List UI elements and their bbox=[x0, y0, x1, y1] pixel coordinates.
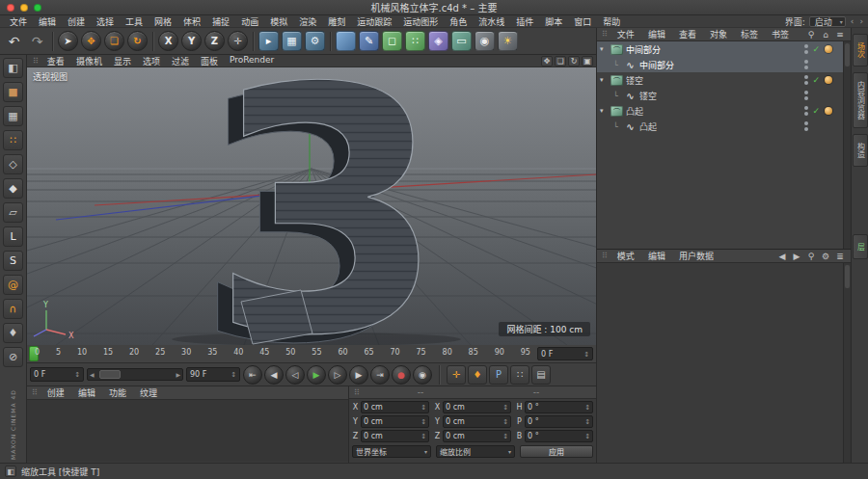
menu-item[interactable]: 模拟 bbox=[264, 17, 293, 27]
coordinate-space-select[interactable]: 世界坐标 bbox=[352, 445, 431, 458]
object-row[interactable]: 中间部分 bbox=[597, 57, 843, 72]
render-settings-button[interactable]: ⚙ bbox=[305, 31, 325, 51]
goto-end-button[interactable]: ⇥ bbox=[370, 365, 390, 385]
workplane-mode-button[interactable]: ▱ bbox=[3, 202, 23, 223]
minimize-button[interactable] bbox=[20, 4, 28, 12]
search-icon[interactable]: ⚲ bbox=[805, 30, 817, 40]
visibility-dots[interactable] bbox=[804, 91, 808, 100]
undo-button[interactable]: ↶ bbox=[3, 30, 25, 52]
visibility-dots[interactable] bbox=[804, 106, 808, 116]
maximize-view-icon[interactable]: ▣ bbox=[582, 56, 593, 67]
object-menu-item[interactable]: 文件 bbox=[610, 28, 641, 40]
live-selection-button[interactable]: ➤ bbox=[58, 31, 78, 51]
play-button[interactable]: ▶ bbox=[307, 365, 326, 385]
visibility-dots[interactable] bbox=[804, 75, 808, 85]
slider-right-icon[interactable]: ▶ bbox=[176, 371, 180, 378]
object-name[interactable]: 镂空 bbox=[639, 90, 657, 102]
menu-item[interactable]: 编辑 bbox=[33, 17, 62, 27]
menu-item[interactable]: 工具 bbox=[120, 17, 149, 27]
prev-frame-button[interactable]: ◁ bbox=[285, 365, 305, 385]
x-lock-button[interactable]: X bbox=[158, 31, 178, 51]
close-button[interactable] bbox=[7, 4, 14, 12]
viewport-menu-item[interactable]: 摄像机 bbox=[70, 55, 108, 67]
object-row[interactable]: 镂空 bbox=[597, 88, 843, 103]
next-frame-button[interactable]: ▷ bbox=[328, 365, 347, 385]
interface-select[interactable]: 启动 bbox=[809, 16, 846, 27]
add-spline-button[interactable]: ✎ bbox=[359, 31, 379, 51]
soft-selection-button[interactable]: S bbox=[3, 251, 23, 271]
material-menu-item[interactable]: 功能 bbox=[102, 386, 133, 399]
menu-item[interactable]: 脚本 bbox=[539, 17, 568, 27]
object-row[interactable]: 中间部分 bbox=[597, 41, 843, 57]
object-menu-item[interactable]: 标签 bbox=[734, 28, 765, 40]
stepper-icon[interactable] bbox=[502, 432, 508, 440]
scrollbar-thumb[interactable] bbox=[99, 370, 121, 379]
zoom-button[interactable] bbox=[34, 4, 41, 12]
rotation-field[interactable]: 0 ° bbox=[525, 401, 593, 413]
chevron-right-icon[interactable]: › bbox=[858, 16, 864, 26]
stepper-icon[interactable] bbox=[74, 370, 80, 379]
stepper-icon[interactable] bbox=[502, 417, 508, 426]
menu-item[interactable]: 动画 bbox=[235, 17, 264, 27]
menu-item[interactable]: 捕捉 bbox=[206, 17, 235, 27]
rotate-view-icon[interactable]: ↻ bbox=[568, 56, 580, 67]
object-row[interactable]: 镂空 bbox=[597, 72, 843, 88]
enable-check-icon[interactable] bbox=[812, 75, 820, 85]
back-icon[interactable]: ◀ bbox=[776, 252, 788, 261]
frame-field[interactable]: 0 F bbox=[537, 347, 593, 360]
expand-icon[interactable] bbox=[600, 107, 608, 115]
phong-tag-icon[interactable] bbox=[825, 76, 832, 84]
panel-grip-icon[interactable] bbox=[599, 252, 610, 260]
pan-view-icon[interactable]: ✥ bbox=[541, 56, 553, 67]
keyframe-mode-button[interactable]: ♦ bbox=[3, 323, 23, 343]
autokey-button[interactable]: ◉ bbox=[413, 365, 432, 385]
menu-item[interactable]: 创建 bbox=[62, 17, 91, 27]
rotate-button[interactable]: ↻ bbox=[127, 31, 148, 51]
vertical-tab[interactable]: 层 bbox=[853, 234, 868, 259]
slider-left-icon[interactable]: ◀ bbox=[90, 371, 95, 378]
model-mode-button[interactable]: ■ bbox=[3, 82, 23, 102]
expand-icon[interactable] bbox=[600, 45, 608, 53]
panel-grip-icon[interactable] bbox=[599, 30, 610, 39]
add-array-button[interactable]: ∷ bbox=[405, 31, 425, 51]
visibility-dots[interactable] bbox=[804, 60, 808, 69]
object-name[interactable]: 凸起 bbox=[626, 105, 643, 118]
record-objects-button[interactable]: ● bbox=[392, 365, 411, 385]
make-editable-button[interactable]: ◧ bbox=[3, 58, 23, 78]
object-row[interactable]: 凸起 bbox=[597, 119, 843, 134]
add-deformer-button[interactable]: ◈ bbox=[428, 31, 448, 51]
menu-item[interactable]: 帮助 bbox=[597, 17, 626, 27]
viewport-menu-item[interactable]: ProRender bbox=[224, 55, 280, 67]
apply-button[interactable]: 应用 bbox=[520, 445, 593, 458]
viewport-menu-item[interactable]: 选项 bbox=[137, 55, 166, 67]
add-cube-button[interactable] bbox=[336, 31, 356, 51]
rotation-field[interactable]: 0 ° bbox=[525, 415, 593, 428]
render-view-button[interactable]: ▸ bbox=[258, 31, 279, 51]
material-menu-item[interactable]: 编辑 bbox=[71, 386, 102, 399]
goto-start-button[interactable]: ⇤ bbox=[243, 365, 262, 385]
menu-item[interactable]: 运动图形 bbox=[397, 17, 444, 27]
menu-icon[interactable]: ≣ bbox=[834, 252, 846, 261]
current-frame-field[interactable]: 0 F bbox=[30, 367, 84, 382]
size-field[interactable]: 0 cm bbox=[443, 415, 511, 428]
zoom-view-icon[interactable]: ❏ bbox=[555, 56, 566, 67]
object-name[interactable]: 中间部分 bbox=[639, 59, 674, 71]
stepper-icon[interactable] bbox=[583, 350, 589, 359]
motion-clip-button[interactable]: ▤ bbox=[531, 365, 551, 385]
render-picture-button[interactable]: ▦ bbox=[282, 31, 302, 51]
record-position-button[interactable]: ✛ bbox=[447, 365, 466, 385]
viewport[interactable]: 透视视图 bbox=[27, 67, 596, 345]
attribute-list[interactable] bbox=[597, 263, 851, 463]
view-label[interactable]: 透视视图 bbox=[33, 70, 68, 83]
timeline-scrollbar[interactable]: ◀▶ bbox=[87, 368, 183, 381]
menu-item[interactable]: 雕刻 bbox=[322, 17, 351, 27]
axis-mode-button[interactable]: L bbox=[3, 226, 23, 247]
pla-button[interactable]: P bbox=[489, 365, 508, 385]
polygons-mode-button[interactable]: ◆ bbox=[3, 178, 23, 199]
object-name[interactable]: 中间部分 bbox=[626, 43, 661, 56]
edges-mode-button[interactable]: ◇ bbox=[3, 154, 23, 174]
visibility-dots[interactable] bbox=[804, 121, 808, 131]
object-menu-item[interactable]: 书签 bbox=[765, 28, 796, 40]
timeline-ruler[interactable]: 05101520253035404550556065707580859095 0… bbox=[27, 345, 596, 363]
expand-icon[interactable] bbox=[600, 76, 608, 84]
